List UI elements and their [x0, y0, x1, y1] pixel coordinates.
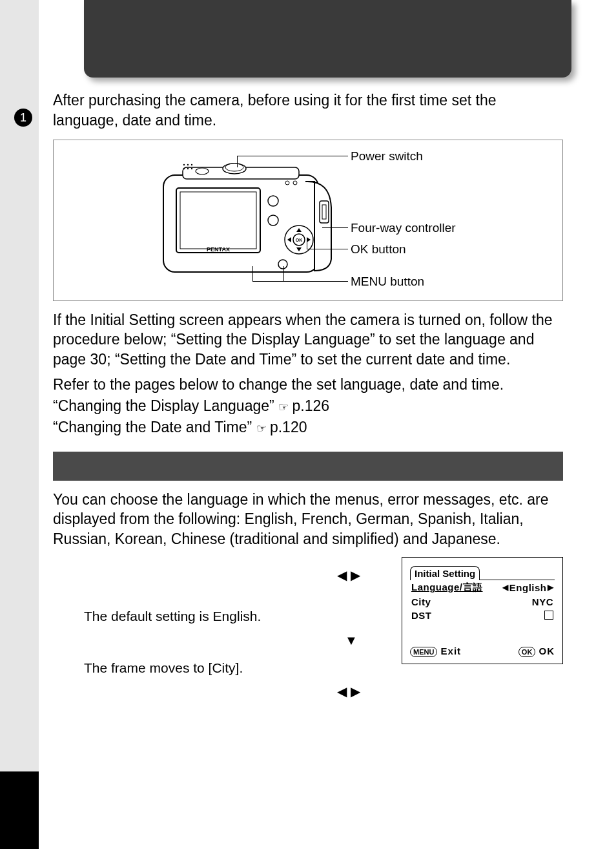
- lcd-panel: Language/言語 ◀ English ▶ City NYC DST: [410, 580, 555, 657]
- camera-figure: PENTAX OK Power switch: [53, 140, 563, 301]
- label-menu-button: MENU button: [351, 275, 424, 289]
- svg-point-8: [183, 167, 185, 169]
- menu-pill-icon: MENU: [410, 647, 437, 657]
- svg-point-16: [268, 196, 278, 206]
- paragraph-languages: You can choose the language in which the…: [53, 490, 563, 549]
- ref2-page: p.120: [270, 419, 307, 435]
- lcd-dst-checkbox: [544, 611, 553, 620]
- lcd-footer-left: MENU Exit: [410, 645, 461, 657]
- svg-point-17: [268, 215, 278, 225]
- chapter-badge: 1: [14, 109, 32, 127]
- page-corner: [0, 771, 39, 849]
- ref1-label: “Changing the Display Language”: [53, 397, 274, 414]
- svg-point-5: [183, 163, 185, 165]
- svg-point-25: [278, 260, 287, 269]
- svg-text:OK: OK: [296, 238, 303, 242]
- pointer-icon: ☞: [278, 401, 288, 414]
- svg-point-7: [191, 163, 192, 165]
- section-heading-band: [53, 452, 563, 481]
- lcd-city-key: City: [411, 596, 431, 607]
- svg-point-9: [187, 167, 189, 169]
- intro-paragraph: After purchasing the camera, before usin…: [53, 90, 563, 131]
- pointer-icon: ☞: [256, 422, 266, 435]
- lcd-row-city: City NYC: [410, 595, 555, 609]
- lcd-title-tab: Initial Setting: [410, 566, 480, 580]
- lcd-footer-right: OK OK: [518, 645, 555, 657]
- svg-point-6: [187, 163, 189, 165]
- arrow-down-icon: ▼: [345, 633, 358, 648]
- label-ok-button: OK button: [351, 242, 406, 257]
- lcd-row-language: Language/言語 ◀ English ▶: [410, 580, 555, 595]
- svg-text:PENTAX: PENTAX: [207, 246, 230, 253]
- svg-point-3: [225, 163, 243, 171]
- content-area: After purchasing the camera, before usin…: [53, 90, 563, 699]
- camera-illustration: PENTAX OK: [157, 156, 338, 285]
- ref-change-language: “Changing the Display Language” ☞ p.126: [53, 396, 563, 416]
- paragraph-initial-setting: If the Initial Setting screen appears wh…: [53, 310, 563, 370]
- left-margin: [0, 0, 39, 849]
- lcd-dst-key: DST: [411, 610, 432, 621]
- lcd-city-value: NYC: [532, 596, 553, 607]
- svg-rect-14: [180, 192, 256, 249]
- lcd-ok-label: OK: [539, 645, 555, 656]
- arrows-left-right-icon: ◀ ▶: [337, 567, 360, 583]
- svg-point-10: [191, 167, 192, 169]
- lcd-language-value: ◀ English ▶: [502, 582, 553, 593]
- svg-rect-27: [322, 205, 326, 219]
- svg-point-4: [196, 168, 209, 174]
- triangle-left-icon: ◀: [502, 583, 509, 592]
- steps-area: ◀ ▶ The default setting is English. ▼ Th…: [53, 557, 563, 699]
- step2-note: The frame moves to [City].: [84, 660, 243, 676]
- triangle-right-icon: ▶: [548, 583, 554, 592]
- lcd-language-key: Language/言語: [411, 582, 483, 594]
- ref-change-date-time: “Changing the Date and Time” ☞ p.120: [53, 417, 563, 437]
- ref1-page: p.126: [292, 397, 329, 414]
- lcd-screenshot: Initial Setting Language/言語 ◀ English ▶ …: [402, 557, 563, 664]
- lcd-exit-label: Exit: [441, 645, 462, 656]
- ref2-label: “Changing the Date and Time”: [53, 419, 252, 435]
- paragraph-refer: Refer to the pages below to change the s…: [53, 375, 563, 395]
- lcd-row-dst: DST: [410, 609, 555, 622]
- label-four-way: Four-way controller: [351, 221, 456, 235]
- ok-pill-icon: OK: [518, 647, 536, 657]
- lcd-footer: MENU Exit OK OK: [410, 645, 555, 657]
- chapter-header-band: [84, 0, 571, 78]
- arrows-left-right-icon: ◀ ▶: [337, 684, 360, 699]
- step1-note: The default setting is English.: [84, 609, 261, 624]
- lcd-language-value-text: English: [509, 582, 547, 593]
- label-power-switch: Power switch: [351, 149, 423, 163]
